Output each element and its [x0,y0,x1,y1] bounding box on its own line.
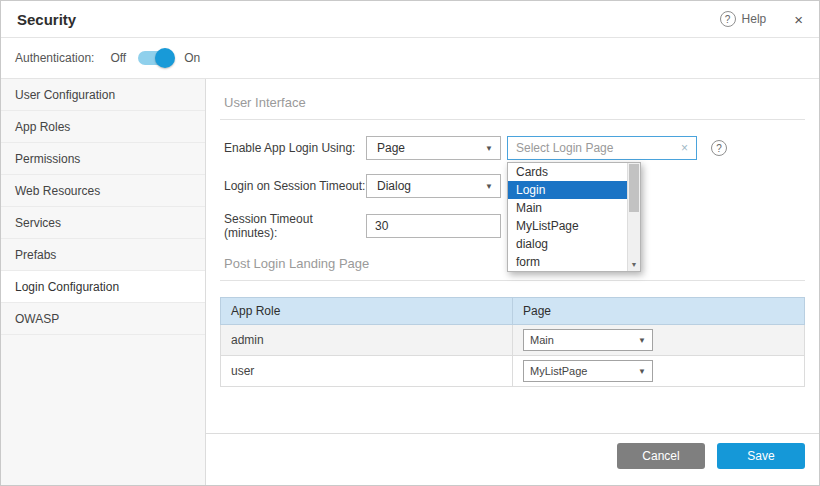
session-timeout-mode-value: Dialog [377,179,411,193]
chevron-down-icon: ▼ [485,144,493,153]
landing-page-value: Main [530,334,554,346]
login-page-dropdown: Cards Login Main MyListPage dialog form … [507,162,641,272]
login-using-select[interactable]: Page ▼ [366,136,501,160]
login-page-option[interactable]: Cards [508,163,627,181]
table-row: admin Main ▼ [221,325,805,356]
app-role-cell: user [221,356,513,387]
app-role-cell: admin [221,325,513,356]
sidebar-item-prefabs[interactable]: Prefabs [1,239,205,271]
window-header: Security ? Help × [1,1,819,38]
login-page-option[interactable]: Main [508,199,627,217]
security-window: Security ? Help × Authentication: Off On… [0,0,820,486]
table-row: user MyListPage ▼ [221,356,805,387]
login-page-option[interactable]: MyListPage [508,217,627,235]
toggle-on-label: On [184,51,200,65]
login-page-option-selected[interactable]: Login [508,181,627,199]
landing-page-table: App Role Page admin Main ▼ [220,297,805,387]
cancel-button[interactable]: Cancel [617,443,705,469]
help-icon: ? [720,11,736,27]
window-body: User Configuration App Roles Permissions… [1,79,819,485]
login-page-options: Cards Login Main MyListPage dialog form [508,163,627,271]
login-page-input[interactable] [516,141,677,155]
clear-icon[interactable]: × [681,141,688,155]
column-header-page: Page [513,298,805,325]
page-cell: MyListPage ▼ [513,356,805,387]
sidebar-item-login-configuration[interactable]: Login Configuration [1,271,205,303]
section-title-user-interface: User Interface [220,93,805,120]
chevron-down-icon: ▼ [638,336,646,345]
session-timeout-mode-select[interactable]: Dialog ▼ [366,174,501,198]
chevron-down-icon: ▼ [638,367,646,376]
table-header-row: App Role Page [221,298,805,325]
sidebar-item-app-roles[interactable]: App Roles [1,111,205,143]
help-label: Help [742,12,767,26]
content-footer: Cancel Save [206,433,819,485]
main-content: User Interface Enable App Login Using: P… [206,79,819,485]
login-page-option[interactable]: form [508,253,627,271]
save-button[interactable]: Save [717,443,805,469]
landing-page-value: MyListPage [530,365,587,377]
help-button[interactable]: ? Help [720,11,767,27]
authentication-label: Authentication: [15,51,94,65]
sidebar-item-user-configuration[interactable]: User Configuration [1,79,205,111]
login-page-option[interactable]: dialog [508,235,627,253]
login-page-combobox[interactable]: × [507,136,697,160]
toggle-knob [155,48,175,68]
login-using-select-value: Page [377,141,405,155]
scroll-down-icon[interactable]: ▼ [628,258,640,271]
enable-app-login-row: Enable App Login Using: Page ▼ × ? Cards… [220,136,805,160]
sidebar-item-owasp[interactable]: OWASP [1,303,205,335]
field-help-icon[interactable]: ? [711,140,727,156]
enable-app-login-label: Enable App Login Using: [224,141,366,155]
session-timeout-minutes-label: Session Timeout (minutes): [224,212,366,240]
close-icon[interactable]: × [794,11,803,28]
sidebar-item-permissions[interactable]: Permissions [1,143,205,175]
sidebar-item-web-resources[interactable]: Web Resources [1,175,205,207]
landing-page-select-user[interactable]: MyListPage ▼ [523,360,653,382]
page-cell: Main ▼ [513,325,805,356]
toggle-off-label: Off [110,51,126,65]
scrollbar-thumb[interactable] [629,164,639,212]
page-title: Security [17,11,76,28]
landing-page-select-admin[interactable]: Main ▼ [523,329,653,351]
session-timeout-mode-label: Login on Session Timeout: [224,179,366,193]
session-timeout-input[interactable] [366,214,501,238]
column-header-app-role: App Role [221,298,513,325]
authentication-row: Authentication: Off On [1,38,819,79]
chevron-down-icon: ▼ [485,182,493,191]
sidebar-item-services[interactable]: Services [1,207,205,239]
dropdown-scrollbar[interactable]: ▼ [627,163,640,271]
sidebar: User Configuration App Roles Permissions… [1,79,206,485]
authentication-toggle[interactable] [138,51,172,65]
